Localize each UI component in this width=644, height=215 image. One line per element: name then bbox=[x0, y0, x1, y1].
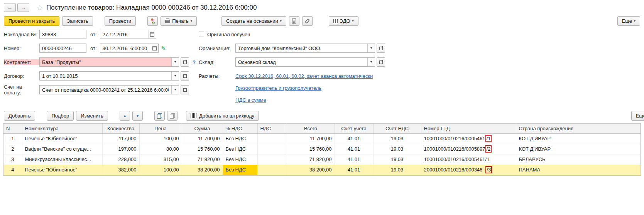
cell-vat-account[interactable]: 19.03 bbox=[373, 144, 421, 154]
contract-open-button[interactable] bbox=[181, 71, 189, 81]
cell-gtd[interactable]: 10001000/010216/0005461/1 bbox=[421, 154, 516, 165]
cell-account[interactable]: 41.01 bbox=[335, 144, 373, 154]
cell-country[interactable]: КОТ Д'ИВУАР bbox=[516, 144, 641, 154]
cell-account[interactable]: 41.01 bbox=[335, 165, 373, 175]
cell-account[interactable]: 41.01 bbox=[335, 133, 373, 144]
edit-row-button[interactable]: Изменить bbox=[76, 111, 108, 121]
table-row[interactable]: 1 Печенье "Юбилейное" 117,000 100,00 11 … bbox=[3, 133, 641, 144]
cell-vat-rate[interactable]: Без НДС bbox=[223, 133, 257, 144]
cell-item[interactable]: Вафли "Венские" со сгуще... bbox=[22, 144, 102, 154]
number-input[interactable] bbox=[40, 44, 86, 52]
contract-dropdown-button[interactable]: ▾ bbox=[171, 72, 179, 80]
vat-in-sum-link[interactable]: НДС в сумме bbox=[235, 97, 266, 103]
post-and-close-button[interactable]: Провести и закрыть bbox=[4, 16, 59, 26]
counterparty-dropdown-button[interactable]: ▾ bbox=[171, 58, 179, 66]
invoice-number-input[interactable] bbox=[40, 30, 86, 39]
add-by-barcode-button[interactable]: Добавить по штрихкоду bbox=[186, 111, 259, 121]
cell-account[interactable]: 41.01 bbox=[335, 154, 373, 165]
cell-country[interactable]: КОТ Д'ИВУАР bbox=[516, 133, 641, 144]
shipper-consignee-link[interactable]: Грузоотправитель и грузополучатель bbox=[235, 85, 321, 91]
table-row-selected[interactable]: 4 Печенье "Юбилейное" 382,000 100,00 38 … bbox=[3, 165, 641, 175]
create-on-base-button[interactable]: Создать на основании ▾ bbox=[221, 16, 286, 26]
edo-button[interactable]: ЭДО ▾ bbox=[329, 16, 358, 26]
cell-n[interactable]: 2 bbox=[3, 144, 22, 154]
back-button[interactable]: ← bbox=[4, 3, 16, 12]
organization-input[interactable] bbox=[236, 44, 367, 52]
cell-vat-rate-active[interactable]: Без НДС bbox=[223, 165, 257, 175]
cell-total[interactable]: 15 760,00 bbox=[287, 144, 335, 154]
organization-dropdown-button[interactable]: ▾ bbox=[367, 44, 375, 52]
cell-price[interactable]: 80,00 bbox=[139, 144, 182, 154]
cell-vat[interactable] bbox=[257, 165, 287, 175]
cell-total[interactable]: 71 820,00 bbox=[287, 154, 335, 165]
print-button[interactable]: Печать ▾ bbox=[161, 16, 197, 26]
counterparty-open-button[interactable] bbox=[181, 57, 189, 67]
cell-vat-account[interactable]: 19.03 bbox=[373, 165, 421, 175]
cell-sum[interactable]: 71 820,00 bbox=[182, 154, 223, 165]
cell-sum[interactable]: 15 760,00 bbox=[182, 144, 223, 154]
cell-vat[interactable] bbox=[257, 144, 287, 154]
cell-qty[interactable]: 382,000 bbox=[102, 165, 139, 175]
edit-date-pencil-icon[interactable]: ✎ bbox=[161, 45, 166, 51]
cell-qty[interactable]: 228,000 bbox=[102, 154, 139, 165]
settlements-link[interactable]: Срок 30.12.2016, 60.01, 60.02, зачет ава… bbox=[235, 73, 373, 79]
number-date-input[interactable] bbox=[100, 44, 151, 52]
pick-button[interactable]: Подбор bbox=[47, 111, 74, 121]
warehouse-open-button[interactable] bbox=[377, 57, 385, 67]
cell-item[interactable]: Миникруассаны классичес... bbox=[22, 154, 102, 165]
organization-open-button[interactable] bbox=[377, 44, 385, 53]
cell-gtd[interactable]: 10001000/010216/0005897/2 bbox=[421, 144, 516, 154]
cell-gtd[interactable]: 10001000/010216/0005461/1 bbox=[421, 133, 516, 144]
cell-item[interactable]: Печенье "Юбилейное" bbox=[22, 133, 102, 144]
cell-qty[interactable]: 197,000 bbox=[102, 144, 139, 154]
cell-item[interactable]: Печенье "Юбилейное" bbox=[22, 165, 102, 175]
warehouse-dropdown-button[interactable]: ▾ bbox=[367, 58, 375, 66]
cell-sum[interactable]: 38 200,00 bbox=[182, 165, 223, 175]
counterparty-help-icon[interactable]: ? bbox=[193, 59, 196, 65]
cell-price[interactable]: 100,00 bbox=[139, 165, 182, 175]
cell-vat-account[interactable]: 19.03 bbox=[373, 154, 421, 165]
calendar-button[interactable] bbox=[151, 44, 158, 52]
cell-total[interactable]: 11 700,00 bbox=[287, 133, 335, 144]
cell-vat-rate[interactable]: Без НДС bbox=[223, 154, 257, 165]
move-up-button[interactable]: ▲ bbox=[120, 111, 130, 121]
favorite-star-icon[interactable]: ☆ bbox=[36, 4, 43, 12]
write-button[interactable]: Записать bbox=[62, 16, 93, 26]
table-row[interactable]: 3 Миникруассаны классичес... 228,000 315… bbox=[3, 154, 641, 165]
payment-invoice-open-button[interactable] bbox=[181, 85, 189, 94]
cell-sum[interactable]: 11 700,00 bbox=[182, 133, 223, 144]
invoice-date-input[interactable] bbox=[100, 30, 149, 39]
more-button[interactable]: Еще ▾ bbox=[617, 16, 640, 26]
add-row-button[interactable]: Добавить bbox=[4, 111, 35, 121]
cell-n[interactable]: 4 bbox=[3, 165, 22, 175]
cell-total[interactable]: 38 200,00 bbox=[287, 165, 335, 175]
forward-button[interactable]: → bbox=[17, 3, 29, 12]
cell-country[interactable]: ПАНАМА bbox=[516, 165, 641, 175]
paste-rows-button[interactable] bbox=[167, 111, 177, 121]
copy-rows-button[interactable] bbox=[154, 111, 165, 121]
contract-input[interactable] bbox=[40, 72, 171, 80]
cell-qty[interactable]: 117,000 bbox=[102, 133, 139, 144]
post-button[interactable]: Провести bbox=[105, 16, 136, 26]
counterparty-input[interactable] bbox=[40, 58, 171, 66]
calendar-button[interactable] bbox=[149, 30, 156, 39]
payment-invoice-input[interactable] bbox=[40, 86, 171, 94]
cell-vat-rate[interactable]: Без НДС bbox=[223, 144, 257, 154]
cell-n[interactable]: 3 bbox=[3, 154, 22, 165]
attachments-button[interactable] bbox=[302, 16, 313, 26]
items-more-button[interactable]: Еще ▾ bbox=[631, 111, 644, 121]
cell-gtd[interactable]: 20001000/010216/000346/3 bbox=[421, 165, 516, 175]
cell-vat[interactable] bbox=[257, 133, 287, 144]
cell-price[interactable]: 315,00 bbox=[139, 154, 182, 165]
cell-vat-account[interactable]: 19.03 bbox=[373, 133, 421, 144]
payment-invoice-dropdown-button[interactable]: ▾ bbox=[171, 86, 179, 94]
cell-n[interactable]: 1 bbox=[3, 133, 22, 144]
report-button[interactable] bbox=[289, 16, 299, 26]
cell-vat[interactable] bbox=[257, 154, 287, 165]
original-received-checkbox[interactable] bbox=[199, 32, 204, 37]
warehouse-input[interactable] bbox=[236, 58, 367, 66]
cell-price[interactable]: 100,00 bbox=[139, 133, 182, 144]
move-down-button[interactable]: ▼ bbox=[132, 111, 143, 121]
dtkt-postings-button[interactable]: ДтКт bbox=[147, 16, 158, 26]
cell-country[interactable]: БЕЛАРУСЬ bbox=[516, 154, 641, 165]
